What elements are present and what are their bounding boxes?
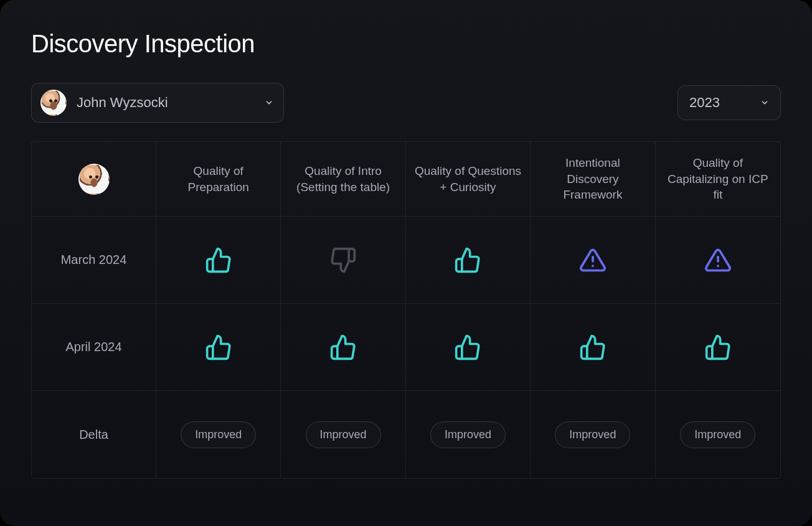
- column-header: Quality of Preparation: [156, 142, 281, 217]
- thumbs-up-icon: [579, 334, 607, 361]
- table-cell: [156, 217, 281, 304]
- table-cell: [406, 304, 531, 391]
- column-header: Quality of Capitalizing on ICP fit: [656, 142, 780, 217]
- person-name: John Wyzsocki: [77, 95, 255, 111]
- thumbs-up-icon: [704, 334, 732, 361]
- table-cell: [656, 217, 780, 304]
- table-cell: [531, 304, 655, 391]
- table-cell: [531, 217, 655, 304]
- table-cell: [406, 217, 531, 304]
- controls-row: John Wyzsocki 2023: [31, 83, 781, 123]
- year-selector[interactable]: 2023: [677, 85, 781, 120]
- status-badge: Improved: [181, 421, 256, 448]
- table-cell: [281, 304, 405, 391]
- column-header: Quality of Questions + Curiosity: [406, 142, 531, 217]
- warning-icon: [704, 247, 732, 274]
- table-cell: Improved: [531, 391, 655, 478]
- chevron-down-icon: [760, 98, 769, 107]
- thumbs-up-icon: [205, 334, 232, 361]
- thumbs-up-icon: [205, 247, 232, 274]
- table-cell: Improved: [656, 391, 780, 478]
- table-cell: Improved: [406, 391, 531, 478]
- thumbs-up-icon: [454, 247, 481, 274]
- table-cell: [156, 304, 281, 391]
- header-avatar-cell: [32, 142, 156, 217]
- avatar: [40, 90, 67, 116]
- row-label: Delta: [32, 391, 156, 478]
- row-label: April 2024: [32, 304, 156, 391]
- table-cell: Improved: [281, 391, 405, 478]
- table-cell: [281, 217, 405, 304]
- discovery-inspection-panel: Discovery Inspection John Wyzsocki 2023 …: [0, 0, 812, 526]
- chevron-down-icon: [265, 98, 273, 107]
- inspection-table: Quality of Preparation Quality of Intro …: [31, 141, 781, 479]
- thumbs-down-icon: [329, 247, 357, 274]
- row-label: March 2024: [32, 217, 156, 304]
- column-header: Quality of Intro (Setting the table): [281, 142, 405, 217]
- person-selector[interactable]: John Wyzsocki: [31, 83, 284, 123]
- status-badge: Improved: [555, 421, 630, 448]
- thumbs-up-icon: [454, 334, 481, 361]
- column-header: Intentional Discovery Framework: [531, 142, 655, 217]
- page-title: Discovery Inspection: [31, 30, 781, 58]
- table-cell: Improved: [156, 391, 281, 478]
- table-cell: [656, 304, 780, 391]
- year-value: 2023: [689, 95, 750, 111]
- warning-icon: [579, 247, 607, 274]
- thumbs-up-icon: [329, 334, 357, 361]
- status-badge: Improved: [430, 421, 506, 448]
- status-badge: Improved: [680, 421, 755, 448]
- status-badge: Improved: [306, 421, 381, 448]
- avatar: [78, 164, 110, 195]
